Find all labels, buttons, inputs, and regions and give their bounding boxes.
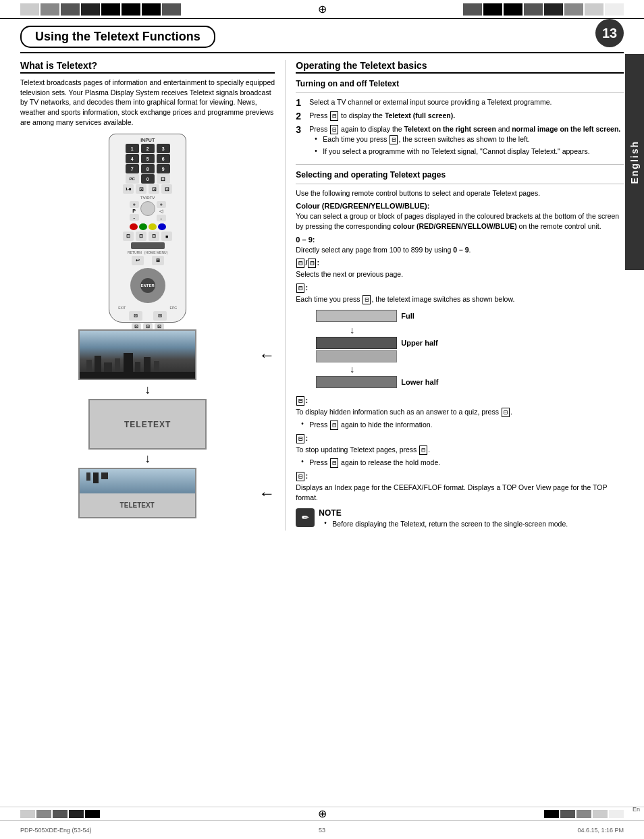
note-icon: ✏ (296, 508, 315, 527)
bullet-3-2-text: If you select a programme with no Telete… (323, 146, 589, 157)
english-sidebar: English (625, 54, 644, 270)
home-label: (HOME MENU) (144, 250, 167, 254)
upper-box (316, 337, 397, 349)
bot-block (85, 810, 100, 818)
p-label: P (132, 209, 136, 213)
arrow-down-1: ↓ (20, 383, 275, 397)
arrow-right-split: ← (259, 484, 275, 503)
en-label: En (633, 806, 640, 813)
teletext-label-2: TELETEXT (120, 502, 155, 509)
remote-input-label: INPUT (113, 138, 182, 142)
sep-3 (296, 184, 624, 184)
tv-dtv-section: TV/DTV + P - + ◁ - (113, 196, 182, 221)
diagram-boxes: Full ↓ Upper half ↓ (316, 310, 438, 389)
building1 (86, 360, 92, 372)
remote-row-7-9: 7 8 9 (113, 164, 182, 173)
step-3-text: Press ⊟ again to display the Teletext on… (309, 124, 620, 159)
switch-text: Each time you press ⊟, the teletext imag… (296, 294, 624, 304)
icon-next: ⊟ (296, 259, 304, 268)
btn-1: 1 (126, 144, 139, 153)
step-3: 3 Press ⊟ again to display the Teletext … (296, 124, 624, 159)
full-box (316, 310, 397, 322)
city-tv-screen (78, 329, 196, 380)
bot-block (544, 810, 559, 818)
hidden-info-title: ⊟: (296, 396, 624, 406)
upper-half-row: Upper half (316, 337, 438, 349)
bottom-right-blocks (544, 810, 624, 818)
main-title: Using the Teletext Functions (20, 26, 215, 48)
bullet-3-1-text: Each time you press ⊟, the screen switch… (323, 134, 529, 144)
deco-block (585, 3, 603, 16)
colour-title: Colour (RED/GREEN/YELLOW/BLUE): (296, 202, 624, 210)
lower-half-row: Lower half (316, 376, 438, 388)
bullet-3-2: • If you select a programme with no Tele… (309, 146, 620, 157)
p-col: + P - (130, 201, 139, 221)
return-home-row: RETURN (HOME MENU) (113, 250, 182, 254)
epg-label: EPG (170, 306, 178, 310)
icon-prev: ⊟ (308, 259, 316, 268)
s-bldg2 (93, 472, 99, 483)
bot-block (593, 810, 608, 818)
btn-icon3: ⊡ (149, 232, 159, 241)
deco-block (544, 3, 563, 16)
building4 (115, 358, 120, 372)
icon-hold: ⊟ (296, 434, 304, 443)
lower-box (316, 376, 397, 388)
building3 (104, 362, 112, 372)
deco-block (162, 3, 181, 16)
teletext-screen-1-row: TELETEXT (20, 399, 275, 450)
nav-cross: ENTER (130, 268, 165, 303)
full-row: Full (316, 310, 438, 322)
sep-1 (296, 92, 624, 93)
lower-label: Lower half (401, 378, 438, 386)
tv-dtv-label: TV/DTV (140, 196, 155, 200)
circle-control (140, 201, 155, 216)
step-2-text: Press ⊟ to display the Teletext (full sc… (309, 111, 455, 121)
turning-on-off-title: Turning on and off Teletext (296, 79, 624, 88)
deco-block (122, 3, 140, 16)
btn-yellow (149, 223, 157, 230)
icon-row-1: ⊡ ⊡ ⊡ ■ (113, 232, 182, 241)
deco-block (564, 3, 583, 16)
lower-box-companion (316, 350, 397, 362)
btn-func4: ⊡ (161, 184, 172, 194)
btn-exit: ⊡ (129, 311, 142, 321)
bullet-3-1: • Each time you press ⊟, the screen swit… (309, 134, 620, 144)
s-bldg3 (101, 472, 108, 479)
step-1-text: Select a TV channel or external input so… (309, 97, 552, 108)
selecting-title: Selecting and operating Teletext pages (296, 170, 624, 180)
remote-row-4-6: 4 5 6 (113, 154, 182, 163)
remote-row-1-3: 1 2 3 (113, 144, 182, 153)
remote-illustration: INPUT 1 2 3 4 5 6 7 8 9 (20, 134, 275, 323)
zero-nine-text: Directly select any page from 100 to 899… (296, 245, 624, 255)
btn-pc: PC (126, 174, 139, 184)
deco-block (463, 3, 482, 16)
arrow-down-2: ↓ (20, 452, 275, 466)
right-column: Operating the Teletext basics Turning on… (286, 60, 624, 531)
bot-block (53, 810, 68, 818)
crosshair-bottom: ⊕ (318, 807, 327, 820)
btn-5: 5 (141, 154, 155, 163)
bot-block (69, 810, 84, 818)
p-buttons: + P - + ◁ - (130, 201, 166, 221)
arrow-right-city: ← (259, 346, 275, 364)
note-bullet: • Before displaying the Teletext, return… (319, 519, 624, 529)
icon-hold2: ⊟ (419, 445, 427, 455)
note-content: NOTE • Before displaying the Teletext, r… (319, 508, 624, 531)
doc-id: PDP-505XDE-Eng (53-54) (20, 827, 92, 834)
btn-7: 7 (126, 164, 139, 173)
hold-title: ⊟: (296, 434, 624, 443)
split-bottom: TELETEXT (80, 493, 195, 518)
building5 (124, 353, 133, 372)
city-screen-row: ← (20, 329, 275, 380)
note-icon-symbol: ✏ (302, 513, 308, 522)
btn-v-minus: - (157, 215, 166, 221)
selecting-intro: Use the following remote control buttons… (296, 188, 624, 198)
sep-2 (296, 164, 624, 165)
nav-center: ENTER (140, 278, 155, 293)
btn-9: 9 (157, 164, 170, 173)
btn-0: 0 (141, 174, 155, 184)
bottom-bar: PDP-505XDE-Eng (53-54) 53 04.6.15, 1:16 … (0, 820, 644, 839)
btn-3: 3 (157, 144, 170, 153)
icon-index: ⊟ (296, 472, 304, 481)
